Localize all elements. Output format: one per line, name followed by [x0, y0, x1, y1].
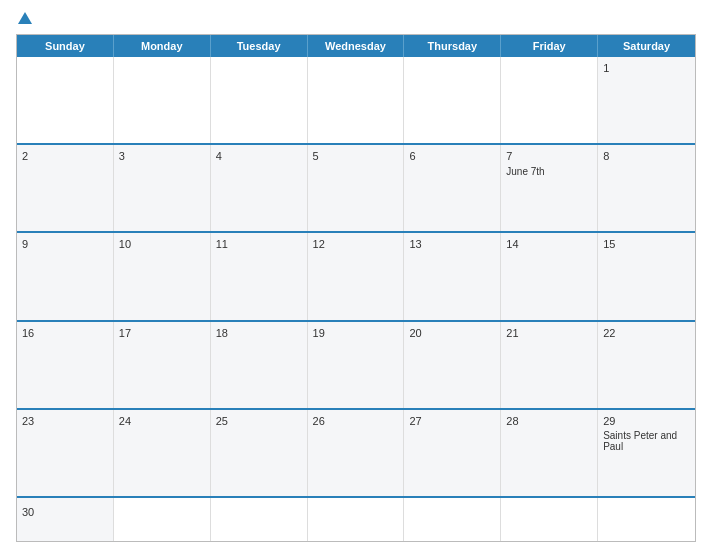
calendar-week-2: 234567June 7th8: [17, 143, 695, 231]
day-number: 20: [409, 326, 495, 341]
calendar-cell: [404, 498, 501, 541]
day-number: 28: [506, 414, 592, 429]
calendar-header: Sunday Monday Tuesday Wednesday Thursday…: [17, 35, 695, 57]
day-number: 8: [603, 149, 690, 164]
calendar-cell: 8: [598, 145, 695, 231]
calendar-cell: 22: [598, 322, 695, 408]
calendar-cell: 1: [598, 57, 695, 143]
calendar-cell: 27: [404, 410, 501, 496]
calendar-week-3: 9101112131415: [17, 231, 695, 319]
header-saturday: Saturday: [598, 35, 695, 57]
calendar-cell: 3: [114, 145, 211, 231]
calendar-cell: 19: [308, 322, 405, 408]
calendar-cell: [598, 498, 695, 541]
calendar-body: 1234567June 7th8910111213141516171819202…: [17, 57, 695, 541]
day-number: 2: [22, 149, 108, 164]
calendar-cell: 4: [211, 145, 308, 231]
calendar-cell: [17, 57, 114, 143]
day-number: 10: [119, 237, 205, 252]
day-number: 29: [603, 414, 690, 429]
header-thursday: Thursday: [404, 35, 501, 57]
calendar-cell: 14: [501, 233, 598, 319]
day-number: 5: [313, 149, 399, 164]
calendar-cell: [501, 498, 598, 541]
calendar-cell: [211, 57, 308, 143]
day-number: 4: [216, 149, 302, 164]
calendar-week-5: 23242526272829Saints Peter and Paul: [17, 408, 695, 496]
calendar-week-last: 30: [17, 496, 695, 541]
day-number: 30: [22, 506, 34, 518]
header-tuesday: Tuesday: [211, 35, 308, 57]
day-number: 16: [22, 326, 108, 341]
calendar-cell: 26: [308, 410, 405, 496]
calendar-cell: [211, 498, 308, 541]
day-number: 24: [119, 414, 205, 429]
calendar-cell: 23: [17, 410, 114, 496]
calendar-cell: 18: [211, 322, 308, 408]
calendar-cell: 28: [501, 410, 598, 496]
calendar-cell: 24: [114, 410, 211, 496]
calendar-cell: [404, 57, 501, 143]
day-number: 22: [603, 326, 690, 341]
calendar-cell: [114, 498, 211, 541]
day-event: June 7th: [506, 166, 592, 177]
calendar-week-4: 16171819202122: [17, 320, 695, 408]
day-number: 13: [409, 237, 495, 252]
calendar-cell: 25: [211, 410, 308, 496]
calendar-cell: 10: [114, 233, 211, 319]
day-number: 11: [216, 237, 302, 252]
day-event: Saints Peter and Paul: [603, 430, 690, 452]
calendar-cell: 29Saints Peter and Paul: [598, 410, 695, 496]
header-monday: Monday: [114, 35, 211, 57]
calendar-cell: 2: [17, 145, 114, 231]
day-number: 27: [409, 414, 495, 429]
day-number: 14: [506, 237, 592, 252]
day-number: 12: [313, 237, 399, 252]
calendar-cell: 5: [308, 145, 405, 231]
calendar-cell: [308, 57, 405, 143]
calendar-cell: 16: [17, 322, 114, 408]
calendar-cell: 13: [404, 233, 501, 319]
day-number: 25: [216, 414, 302, 429]
calendar-cell: 30: [17, 498, 114, 541]
day-number: 19: [313, 326, 399, 341]
calendar-cell: 11: [211, 233, 308, 319]
calendar-cell: 15: [598, 233, 695, 319]
calendar-cell: 17: [114, 322, 211, 408]
calendar-cell: 21: [501, 322, 598, 408]
calendar-cell: [114, 57, 211, 143]
page: Sunday Monday Tuesday Wednesday Thursday…: [0, 0, 712, 550]
day-number: 3: [119, 149, 205, 164]
logo-triangle-icon: [18, 12, 32, 24]
calendar-cell: 12: [308, 233, 405, 319]
day-number: 15: [603, 237, 690, 252]
day-number: 21: [506, 326, 592, 341]
day-number: 18: [216, 326, 302, 341]
logo: [16, 12, 32, 26]
header-friday: Friday: [501, 35, 598, 57]
header: [16, 12, 696, 26]
logo-top-row: [16, 12, 32, 26]
calendar-week-1: 1: [17, 57, 695, 143]
calendar: Sunday Monday Tuesday Wednesday Thursday…: [16, 34, 696, 542]
day-number: 7: [506, 149, 592, 164]
calendar-cell: 20: [404, 322, 501, 408]
day-number: 26: [313, 414, 399, 429]
header-sunday: Sunday: [17, 35, 114, 57]
calendar-cell: 9: [17, 233, 114, 319]
logo-block: [16, 12, 32, 26]
calendar-cell: 7June 7th: [501, 145, 598, 231]
day-number: 23: [22, 414, 108, 429]
day-number: 17: [119, 326, 205, 341]
day-number: 9: [22, 237, 108, 252]
day-number: 6: [409, 149, 495, 164]
day-number: 1: [603, 61, 690, 76]
header-wednesday: Wednesday: [308, 35, 405, 57]
calendar-cell: [501, 57, 598, 143]
calendar-cell: 6: [404, 145, 501, 231]
calendar-cell: [308, 498, 405, 541]
